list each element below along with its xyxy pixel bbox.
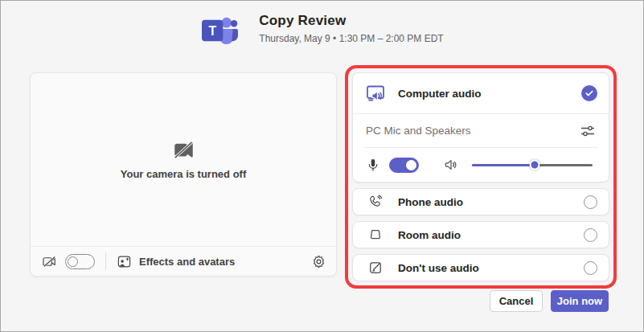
meeting-title: Copy Review (259, 13, 443, 29)
meeting-header: T Copy Review Thursday, May 9 • 1:30 PM … (1, 13, 643, 47)
device-settings-icon[interactable] (580, 123, 596, 139)
mic-volume-controls (353, 148, 609, 182)
checkmark-icon (585, 88, 594, 98)
audio-option-radio[interactable] (584, 228, 597, 242)
effects-and-avatars-button[interactable]: Effects and avatars (117, 254, 235, 269)
no-audio-icon (367, 260, 384, 276)
no-audio-label: Don't use audio (398, 262, 479, 274)
audio-option-radio[interactable] (584, 195, 597, 209)
computer-audio-icon (364, 82, 387, 105)
computer-audio-check (581, 85, 597, 101)
phone-audio-label: Phone audio (398, 196, 463, 208)
volume-slider[interactable] (472, 159, 593, 170)
camera-preview-panel: Your camera is turned off Effects and av… (30, 72, 337, 277)
camera-toggle[interactable] (65, 254, 95, 269)
teams-logo-icon: T (200, 13, 238, 47)
mic-toggle[interactable] (389, 158, 419, 173)
room-audio-icon (367, 227, 384, 243)
phone-audio-icon (367, 194, 384, 210)
audio-option-radio[interactable] (584, 261, 597, 275)
mic-toggle-knob (406, 160, 416, 170)
effects-and-avatars-label: Effects and avatars (139, 256, 235, 268)
mic-icon (366, 158, 380, 172)
room-audio-option[interactable]: Room audio (352, 221, 609, 248)
speaker-icon (443, 157, 459, 173)
camera-toggle-knob (68, 256, 78, 267)
camera-off-small-icon (42, 254, 57, 269)
meeting-schedule: Thursday, May 9 • 1:30 PM – 2:00 PM EDT (259, 33, 443, 44)
join-now-button[interactable]: Join now (551, 290, 609, 312)
bar-divider (105, 252, 106, 270)
annotation-highlight: Computer audio PC Mic and Speakers (345, 65, 617, 289)
volume-slider-thumb[interactable] (530, 160, 540, 170)
pre-join-window: T Copy Review Thursday, May 9 • 1:30 PM … (0, 0, 644, 332)
computer-audio-label: Computer audio (398, 88, 482, 100)
computer-audio-card: Computer audio PC Mic and Speakers (352, 72, 609, 182)
computer-audio-option[interactable]: Computer audio (353, 73, 609, 113)
audio-device-row: PC Mic and Speakers (353, 114, 609, 147)
room-audio-label: Room audio (398, 229, 461, 241)
camera-controls-bar: Effects and avatars (31, 246, 336, 276)
settings-gear-icon[interactable] (311, 254, 326, 269)
effects-avatars-icon (117, 254, 132, 269)
camera-status-text: Your camera is turned off (121, 168, 247, 180)
volume-slider-fill (472, 164, 535, 166)
camera-off-icon (173, 139, 195, 161)
audio-device-name: PC Mic and Speakers (366, 125, 471, 137)
footer-actions: Cancel Join now (490, 290, 609, 312)
camera-preview-area: Your camera is turned off (31, 73, 336, 246)
svg-text:T: T (209, 24, 217, 38)
cancel-button[interactable]: Cancel (490, 290, 543, 312)
phone-audio-option[interactable]: Phone audio (352, 188, 609, 215)
no-audio-option[interactable]: Don't use audio (352, 254, 609, 281)
